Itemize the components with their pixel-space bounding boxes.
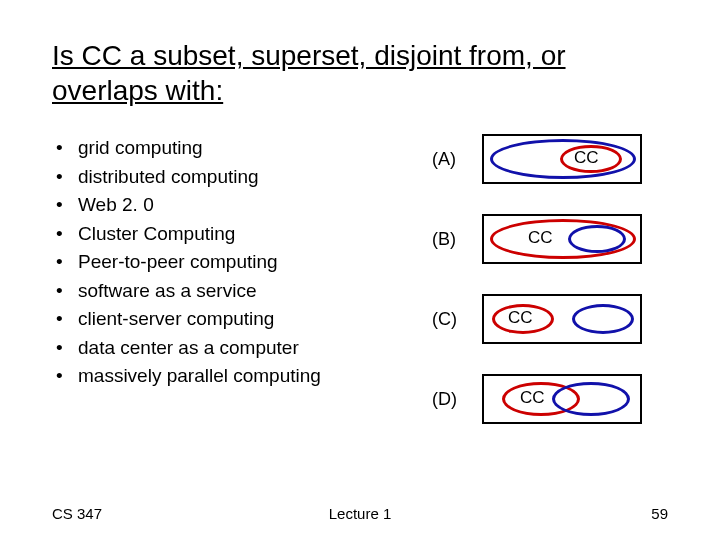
footer-center: Lecture 1	[329, 505, 392, 522]
slide-title: Is CC a subset, superset, disjoint from,…	[52, 38, 668, 108]
content-area: grid computing distributed computing Web…	[52, 134, 668, 454]
right-oval-icon	[572, 304, 634, 334]
diagram-box-c: CC	[482, 294, 642, 344]
option-label-c: (C)	[432, 309, 478, 330]
diagram-row-c: (C) CC	[432, 294, 642, 344]
option-label-b: (B)	[432, 229, 478, 250]
list-item: client-server computing	[52, 305, 412, 334]
diagram-box-b: CC	[482, 214, 642, 264]
cc-label: CC	[574, 148, 599, 168]
bullet-list: grid computing distributed computing Web…	[52, 134, 412, 391]
option-label-a: (A)	[432, 149, 478, 170]
diagram-column: (A) CC (B) CC (C)	[432, 134, 668, 454]
list-item: Cluster Computing	[52, 220, 412, 249]
slide-footer: CS 347 Lecture 1 59	[52, 505, 668, 522]
cc-label: CC	[520, 388, 545, 408]
cc-label: CC	[508, 308, 533, 328]
right-oval-icon	[552, 382, 630, 416]
cc-label: CC	[528, 228, 553, 248]
list-item: grid computing	[52, 134, 412, 163]
footer-right: 59	[651, 505, 668, 522]
list-item: software as a service	[52, 277, 412, 306]
list-item: distributed computing	[52, 163, 412, 192]
footer-left: CS 347	[52, 505, 102, 522]
list-item: massively parallel computing	[52, 362, 412, 391]
diagram-row-b: (B) CC	[432, 214, 642, 264]
list-item: Peer-to-peer computing	[52, 248, 412, 277]
bullet-list-column: grid computing distributed computing Web…	[52, 134, 412, 454]
diagram-box-d: CC	[482, 374, 642, 424]
list-item: data center as a computer	[52, 334, 412, 363]
diagram-row-a: (A) CC	[432, 134, 642, 184]
list-item: Web 2. 0	[52, 191, 412, 220]
inner-oval-icon	[568, 225, 626, 253]
diagram-box-a: CC	[482, 134, 642, 184]
option-label-d: (D)	[432, 389, 478, 410]
diagram-row-d: (D) CC	[432, 374, 642, 424]
